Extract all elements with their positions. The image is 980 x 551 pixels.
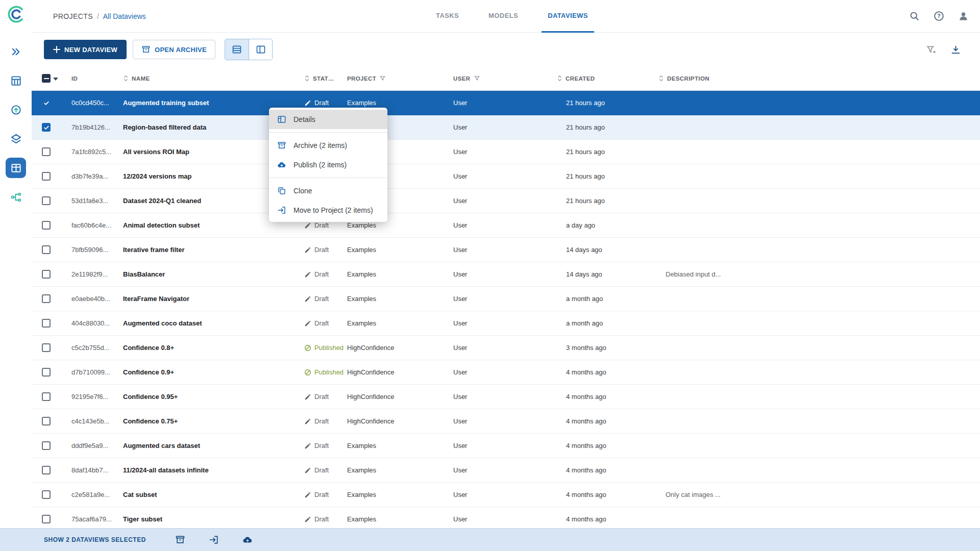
sort-icon[interactable] (557, 75, 562, 82)
status-label: Draft (314, 221, 329, 229)
publish-selected-button[interactable] (242, 534, 253, 545)
download-icon[interactable] (949, 43, 962, 56)
filter-icon[interactable] (379, 75, 386, 82)
row-checkbox[interactable] (42, 515, 51, 523)
row-checkbox[interactable] (42, 245, 51, 254)
table-row[interactable]: 7bfb59096... Iterative frame filter Draf… (32, 238, 980, 262)
table-row[interactable]: 92195e7f6... Confidence 0.95+ Draft High… (32, 385, 980, 409)
row-checkbox[interactable] (42, 196, 51, 205)
row-project: Examples (344, 442, 450, 449)
row-user: User (450, 295, 554, 303)
quick-start-icon[interactable] (9, 45, 22, 58)
column-header-status[interactable]: STATUS (302, 75, 344, 82)
breadcrumb-projects[interactable]: PROJECTS (53, 12, 93, 20)
clone-icon (277, 186, 286, 195)
split-view-button[interactable] (249, 39, 272, 60)
menu-item-clone[interactable]: Clone (269, 181, 387, 201)
search-icon[interactable] (908, 10, 921, 23)
row-id: 7a1fc892c5... (62, 148, 121, 156)
new-dataview-button[interactable]: NEW DATAVIEW (44, 40, 127, 59)
row-checkbox[interactable] (42, 123, 51, 132)
menu-item-archive[interactable]: Archive (2 items) (269, 136, 387, 155)
column-header-name[interactable]: NAME (121, 75, 302, 82)
row-name: 11/2024-all datasets infinite (121, 466, 302, 474)
menu-item-move-to-project[interactable]: Move to Project (2 items) (269, 201, 387, 220)
table-row[interactable]: 0c0cd450c... Augmented training subset D… (32, 91, 980, 115)
row-checkbox[interactable] (42, 147, 51, 156)
menu-item-publish[interactable]: Publish (2 items) (269, 155, 387, 174)
column-header-user[interactable]: USER (450, 75, 554, 82)
row-name: BiasBalancer (121, 270, 302, 278)
table-row[interactable]: 2e11982f9... BiasBalancer Draft Examples… (32, 262, 980, 287)
column-header-project[interactable]: PROJECT (344, 75, 450, 82)
row-checkbox-cell (32, 221, 62, 230)
row-checkbox[interactable] (42, 98, 51, 107)
user-avatar-icon[interactable] (957, 10, 970, 23)
archive-selected-button[interactable] (175, 534, 186, 545)
column-header-created[interactable]: CREATED (554, 75, 656, 82)
row-user: User (450, 172, 554, 180)
row-project: Examples (344, 221, 450, 229)
archive-icon (141, 45, 151, 54)
row-checkbox[interactable] (42, 490, 51, 499)
dataviews-icon[interactable] (6, 158, 26, 178)
draft-pencil-icon (304, 467, 311, 474)
projects-grid-icon[interactable] (9, 74, 22, 87)
table-row[interactable]: c4c143e5b... Confidence 0.75+ Draft High… (32, 409, 980, 434)
row-checkbox[interactable] (42, 368, 51, 377)
table-view-button[interactable] (225, 39, 249, 60)
sort-icon[interactable] (123, 75, 129, 82)
datasets-layers-icon[interactable] (9, 132, 22, 145)
table-row[interactable]: d3b7fe39a... 12/2024 versions map User 2… (32, 164, 980, 189)
select-all-checkbox[interactable] (42, 74, 51, 83)
row-checkbox[interactable] (42, 319, 51, 328)
table-row[interactable]: 8daf14bb7... 11/2024-all datasets infini… (32, 458, 980, 483)
breadcrumb-all-dataviews[interactable]: All Dataviews (103, 12, 146, 20)
row-checkbox[interactable] (42, 441, 51, 450)
table-row[interactable]: 7a1fc892c5... All versions ROI Map User … (32, 140, 980, 164)
show-selected-toggle[interactable]: SHOW 2 DATAVIEWS SELECTED (44, 536, 146, 543)
row-checkbox[interactable] (42, 466, 51, 474)
column-header-id[interactable]: ID (62, 76, 121, 82)
row-checkbox[interactable] (42, 270, 51, 279)
row-checkbox-cell (32, 172, 62, 181)
deploy-icon[interactable] (9, 103, 22, 116)
table-row[interactable]: 53d1fa6e3... Dataset 2024-Q1 cleaned Use… (32, 189, 980, 213)
table-row[interactable]: fac60b6c4e... Animal detection subset Dr… (32, 213, 980, 238)
row-id: 53d1fa6e3... (62, 197, 121, 205)
row-checkbox[interactable] (42, 172, 51, 181)
row-checkbox[interactable] (42, 221, 51, 230)
row-context-menu: Details Archive (2 items) Publish (2 ite… (269, 108, 387, 222)
help-icon[interactable]: ? (932, 10, 945, 23)
selection-menu-caret-icon[interactable] (53, 76, 58, 82)
table-row[interactable]: c5c2b755d... Confidence 0.8+ Published H… (32, 336, 980, 360)
pipelines-icon[interactable] (9, 190, 22, 204)
tab-dataviews[interactable]: DATAVIEWS (542, 0, 594, 33)
filter-icon[interactable] (474, 75, 480, 82)
open-archive-button[interactable]: OPEN ARCHIVE (133, 40, 215, 59)
dataviews-table-body: 0c0cd450c... Augmented training subset D… (32, 91, 980, 532)
row-created: 4 months ago (554, 442, 656, 449)
table-row[interactable]: c2e581a9e... Cat subset Draft Examples U… (32, 483, 980, 507)
move-selected-button[interactable] (208, 534, 219, 545)
bulk-actions (175, 534, 253, 545)
row-checkbox-cell (32, 319, 62, 328)
tab-models[interactable]: MODELS (482, 0, 524, 33)
table-row[interactable]: 404c88030... Augmented coco dataset Draf… (32, 311, 980, 336)
tab-tasks[interactable]: TASKS (430, 0, 465, 33)
table-row[interactable]: dddf9e5a9... Augmented cars dataset Draf… (32, 434, 980, 458)
row-checkbox[interactable] (42, 294, 51, 303)
row-checkbox[interactable] (42, 417, 51, 425)
sort-icon[interactable] (304, 75, 310, 82)
row-checkbox[interactable] (42, 392, 51, 401)
row-checkbox[interactable] (42, 343, 51, 352)
menu-item-details[interactable]: Details (269, 110, 387, 129)
clearml-logo-icon[interactable] (7, 5, 25, 23)
table-row[interactable]: e0aebe40b... IteraFrame Navigator Draft … (32, 287, 980, 311)
status-label: Draft (314, 99, 329, 107)
table-row[interactable]: d7b710099... Confidence 0.9+ Published H… (32, 360, 980, 385)
sort-icon[interactable] (658, 75, 664, 82)
table-row[interactable]: 7b19b4126... Region-based filtered data … (32, 115, 980, 140)
column-header-description[interactable]: DESCRIPTION (656, 75, 980, 82)
clear-filters-icon[interactable] (925, 43, 937, 56)
